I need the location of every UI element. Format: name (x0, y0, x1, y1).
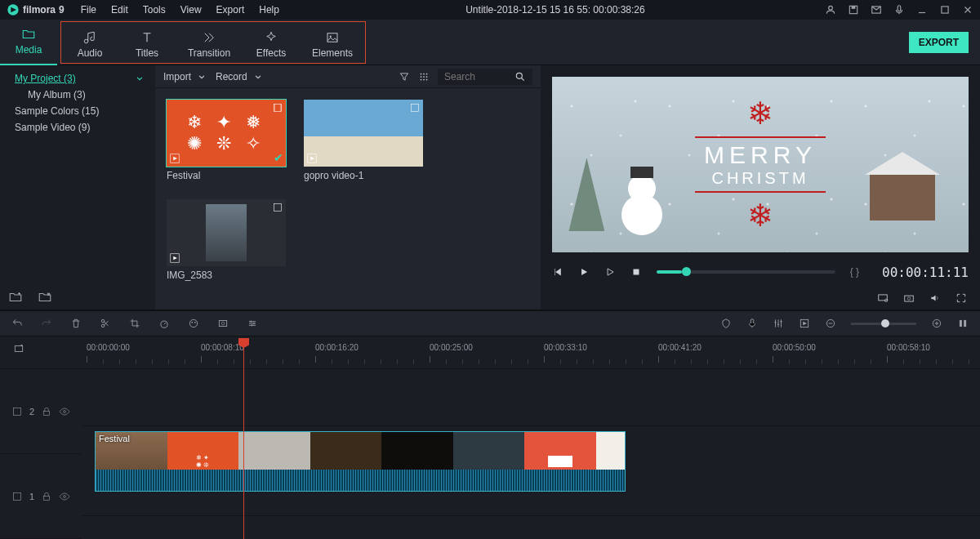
prev-icon[interactable] (552, 266, 564, 278)
playhead[interactable] (243, 338, 244, 539)
delete-icon[interactable] (70, 318, 82, 329)
track-header-2[interactable]: 2 (0, 369, 82, 454)
svg-point-18 (516, 73, 522, 78)
tab-transition[interactable]: Transition (176, 22, 243, 68)
minimize-icon[interactable] (916, 4, 928, 16)
folder-add-icon[interactable] (8, 290, 23, 305)
search-input[interactable] (444, 71, 510, 82)
svg-rect-43 (964, 320, 966, 327)
tracks-area[interactable]: 00:00:00:0000:00:08:1000:00:16:2000:00:2… (82, 336, 980, 539)
tree-project[interactable]: My Project (3) (3, 70, 152, 87)
play-icon[interactable] (578, 266, 590, 278)
search-field[interactable] (438, 69, 532, 85)
voiceover-icon[interactable] (746, 318, 758, 329)
transition-icon (202, 30, 216, 45)
menu-export[interactable]: Export (210, 2, 252, 18)
document-title: Untitle-2018-12-15 15 16 55: 00:00:38:26 (286, 4, 825, 16)
add-track-icon[interactable] (13, 343, 24, 354)
tab-effects[interactable]: Effects (243, 22, 300, 68)
ruler-tick: 00:00:25:00 (430, 343, 473, 352)
svg-point-13 (423, 76, 425, 78)
zoom-in-icon[interactable] (931, 318, 942, 329)
tab-media[interactable]: Media (0, 20, 57, 65)
undo-icon[interactable] (11, 318, 23, 329)
green-screen-icon[interactable] (217, 318, 229, 329)
playback-controls: { } 00:00:11:11 (541, 257, 980, 287)
tree-video[interactable]: Sample Video (9) (3, 119, 152, 136)
audio-mixer-icon[interactable] (773, 318, 784, 329)
import-dropdown[interactable]: Import (163, 71, 207, 82)
account-icon[interactable] (825, 4, 836, 16)
zoom-slider[interactable] (851, 323, 916, 325)
record-label: Record (216, 71, 247, 82)
clip-thumb[interactable] (304, 100, 423, 167)
stop-icon[interactable] (630, 266, 642, 278)
tab-transition-label: Transition (188, 47, 230, 59)
clip-gopro[interactable]: gopro video-1 (304, 100, 423, 181)
adjust-icon[interactable] (247, 318, 258, 329)
volume-icon[interactable] (929, 292, 941, 304)
play-outline-icon[interactable] (604, 266, 616, 278)
track-2[interactable] (82, 369, 980, 426)
folder-remove-icon[interactable] (38, 290, 52, 305)
tree-colors[interactable]: Sample Colors (15) (3, 103, 152, 119)
mic-icon[interactable] (893, 4, 905, 16)
media-browser: Import Record ❄ ✦ ❅✺ ❊ ✧ (155, 65, 541, 310)
maximize-icon[interactable] (939, 4, 951, 16)
svg-rect-28 (879, 295, 888, 301)
speed-icon[interactable] (158, 318, 170, 329)
save-icon[interactable] (848, 4, 859, 16)
progress-slider[interactable] (657, 270, 835, 274)
tab-audio[interactable]: Audio (61, 22, 118, 68)
preview-title-overlay: ❄ MERRY CHRISTM ❄ (695, 133, 826, 196)
clip-festival[interactable]: ❄ ✦ ❅✺ ❊ ✧ ✔ Festival (167, 100, 286, 181)
filter-icon[interactable] (399, 71, 410, 82)
film-icon (11, 491, 23, 502)
record-dropdown[interactable]: Record (216, 71, 264, 82)
close-icon[interactable] (962, 4, 973, 16)
menu-tools[interactable]: Tools (136, 2, 172, 18)
preview-canvas[interactable]: ❄ MERRY CHRISTM ❄ (552, 77, 969, 252)
tree-footer-icons (8, 290, 52, 305)
menu-help[interactable]: Help (252, 2, 286, 18)
film-icon (11, 406, 23, 417)
folder-icon (21, 27, 36, 42)
lock-icon[interactable] (41, 406, 52, 417)
menu-view[interactable]: View (174, 2, 208, 18)
time-ruler[interactable]: 00:00:00:0000:00:08:1000:00:16:2000:00:2… (82, 336, 980, 369)
tree-project-label: My Project (3) (15, 73, 76, 84)
clip-img2583[interactable]: IMG_2583 (167, 199, 286, 281)
lock-icon[interactable] (41, 491, 52, 502)
project-tree: My Project (3) My Album (3) Sample Color… (0, 65, 155, 310)
tab-elements[interactable]: Elements (300, 22, 365, 68)
tree-album[interactable]: My Album (3) (3, 87, 152, 103)
image-icon (325, 30, 340, 45)
render-icon[interactable] (799, 318, 810, 329)
clip-thumb[interactable]: ❄ ✦ ❅✺ ❊ ✧ ✔ (167, 100, 286, 167)
crop-icon[interactable] (129, 318, 140, 329)
timeline-clip[interactable]: Festival ❄ ✦✺ ❊ (95, 431, 626, 492)
color-icon[interactable] (188, 318, 199, 329)
message-icon[interactable] (871, 4, 882, 16)
eye-icon[interactable] (59, 491, 70, 502)
snapshot-icon[interactable] (903, 292, 915, 304)
clip-thumb[interactable] (167, 199, 286, 266)
fullscreen-icon[interactable] (956, 292, 967, 304)
menu-edit[interactable]: Edit (105, 2, 135, 18)
zoom-fit-icon[interactable] (957, 318, 969, 329)
grid-view-icon[interactable] (418, 71, 430, 82)
redo-icon[interactable] (41, 318, 52, 329)
eye-icon[interactable] (59, 406, 70, 417)
display-settings-icon[interactable] (877, 292, 889, 304)
menu-file[interactable]: File (74, 2, 103, 18)
export-button[interactable]: EXPORT (909, 32, 969, 53)
track-header-1[interactable]: 1 (0, 454, 82, 539)
svg-rect-30 (905, 296, 914, 301)
logo-icon (7, 3, 20, 16)
marker-icon[interactable] (720, 318, 732, 329)
music-note-icon (82, 30, 97, 45)
tab-titles[interactable]: Titles (118, 22, 176, 68)
track-1[interactable]: Festival ❄ ✦✺ ❊ (82, 426, 980, 516)
zoom-out-icon[interactable] (825, 318, 836, 329)
split-icon[interactable] (100, 318, 111, 329)
